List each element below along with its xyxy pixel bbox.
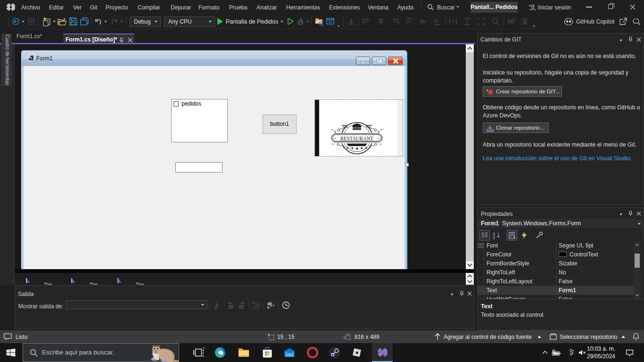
svg-text:★: ★ [355,146,359,151]
svg-text:★: ★ [365,146,368,149]
svg-text:Z: Z [493,235,495,239]
svg-text:★: ★ [360,146,363,150]
svg-text:★: ★ [346,146,349,149]
svg-text:RESTAURANT: RESTAURANT [340,136,373,141]
svg-text:★: ★ [350,146,354,150]
svg-text:c: c [267,305,270,309]
